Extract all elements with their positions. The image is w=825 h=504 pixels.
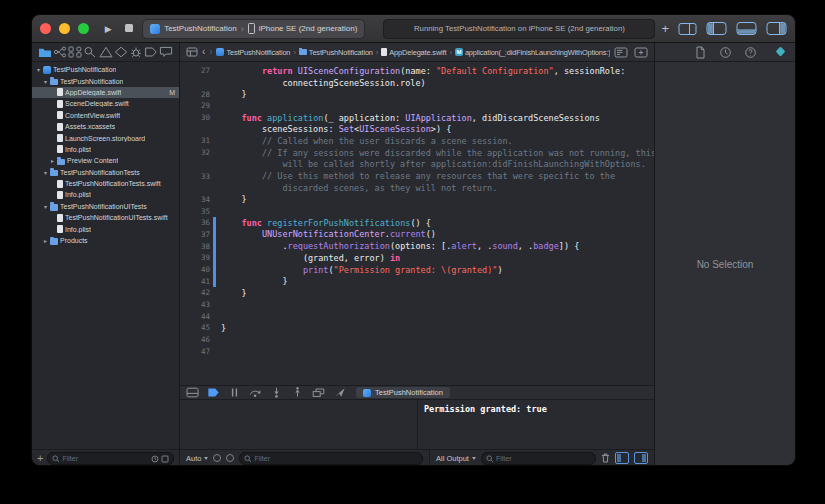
file-tree-row[interactable]: Assets.xcassets [32, 121, 179, 132]
file-tree-row[interactable]: Info.plist [32, 144, 179, 155]
add-button[interactable]: + [37, 453, 43, 464]
line-number[interactable]: 42 [180, 288, 213, 297]
activate-breakpoints-icon[interactable] [207, 387, 220, 398]
disclosure-triangle[interactable]: ▾ [42, 78, 49, 85]
file-tree-row[interactable]: TestPushNotificationTests.swift [32, 178, 179, 189]
file-tree-row[interactable]: Info.plist [32, 223, 179, 234]
library-button[interactable]: + [661, 22, 669, 35]
editor-layout-button[interactable] [678, 22, 697, 36]
file-tree-row[interactable]: AppDelegate.swiftM [32, 87, 179, 98]
navigator-filter-input[interactable] [62, 455, 149, 462]
jumpbar-crumb[interactable]: TestPushNotification [299, 48, 373, 57]
forward-button[interactable]: › [209, 47, 212, 57]
jumpbar-crumb[interactable]: AppDelegate.swift [381, 48, 446, 57]
console-scope-dropdown[interactable]: All Output [436, 454, 476, 463]
scheme-selector[interactable]: TestPushNotification › iPhone SE (2nd ge… [142, 19, 365, 39]
console-filter-field[interactable] [481, 452, 596, 465]
minimize-button[interactable] [59, 23, 70, 34]
file-tree-row[interactable]: SceneDelegate.swift [32, 98, 179, 109]
trash-button[interactable] [601, 453, 610, 463]
variables-filter-field[interactable] [239, 452, 423, 465]
test-navigator-icon[interactable] [114, 46, 128, 58]
back-button[interactable]: ‹ [202, 47, 205, 57]
console-filter-input[interactable] [496, 455, 591, 462]
line-number[interactable]: 41 [180, 277, 213, 286]
line-number[interactable]: 37 [180, 230, 213, 239]
filter-options-icon[interactable] [226, 454, 234, 462]
breakpoint-navigator-icon[interactable] [144, 46, 158, 58]
line-number[interactable]: 34 [180, 195, 213, 204]
disclosure-triangle[interactable]: ▾ [35, 66, 42, 73]
related-items-button[interactable] [186, 47, 198, 57]
close-button[interactable] [40, 23, 51, 34]
line-number[interactable]: 31 [180, 136, 213, 145]
view-hierarchy-icon[interactable] [312, 387, 325, 398]
step-out-icon[interactable] [291, 387, 304, 398]
report-navigator-icon[interactable] [159, 46, 173, 58]
file-tree-row[interactable]: ▾TestPushNotification [32, 75, 179, 86]
project-navigator-icon[interactable] [38, 46, 52, 58]
line-number[interactable]: 39 [180, 253, 213, 262]
disclosure-triangle[interactable]: ▸ [42, 237, 49, 244]
jumpbar-crumb[interactable]: TestPushNotification [216, 48, 290, 57]
step-over-icon[interactable] [249, 387, 262, 398]
line-number[interactable]: 28 [180, 90, 213, 99]
recent-files-filter-icon[interactable] [151, 449, 159, 466]
line-number[interactable]: 46 [180, 335, 213, 344]
line-number[interactable]: 32 [180, 148, 213, 157]
line-number[interactable]: 44 [180, 312, 213, 321]
navigator-filter-field[interactable] [47, 452, 174, 465]
toggle-variables-view-button[interactable] [615, 452, 629, 464]
disclosure-triangle[interactable]: ▸ [49, 157, 56, 164]
file-tree-row[interactable]: ▾TestPushNotification [32, 64, 179, 75]
line-number[interactable]: 30 [180, 113, 213, 122]
show-flags-icon[interactable] [213, 454, 221, 462]
toggle-navigator-button[interactable] [706, 21, 727, 36]
line-number[interactable]: 47 [180, 347, 213, 356]
step-into-icon[interactable] [270, 387, 283, 398]
line-number[interactable]: 35 [180, 207, 213, 216]
line-number[interactable]: 40 [180, 265, 213, 274]
toggle-variables-view-icon[interactable] [186, 387, 199, 398]
toggle-inspector-button[interactable] [766, 21, 787, 36]
jumpbar-crumb[interactable]: Mapplication(_:didFinishLaunchingWithOpt… [455, 48, 610, 57]
line-number[interactable]: 36 [180, 218, 213, 227]
variables-scope-dropdown[interactable]: Auto [186, 454, 208, 463]
line-number[interactable]: 45 [180, 323, 213, 332]
line-number[interactable]: 33 [180, 172, 213, 181]
symbol-navigator-icon[interactable] [68, 46, 82, 58]
toggle-console-button[interactable] [634, 452, 648, 464]
history-inspector-icon[interactable] [719, 46, 732, 59]
source-control-status-filter-icon[interactable] [161, 449, 169, 466]
console-view[interactable]: Permission granted: true [418, 400, 654, 449]
debug-navigator-icon[interactable] [129, 46, 143, 58]
simulate-location-icon[interactable] [333, 387, 346, 398]
pause-icon[interactable] [228, 387, 241, 398]
file-tree-row[interactable]: Info.plist [32, 189, 179, 200]
code-editor[interactable]: 27 return UISceneConfiguration(name: "De… [180, 62, 654, 385]
zoom-button[interactable] [78, 23, 89, 34]
line-number[interactable]: 27 [180, 66, 213, 75]
disclosure-triangle[interactable]: ▾ [42, 169, 49, 176]
process-chip[interactable]: TestPushNotification [356, 387, 450, 398]
variables-filter-input[interactable] [254, 455, 418, 462]
line-number[interactable]: 43 [180, 300, 213, 309]
file-tree-row[interactable]: ▸Preview Content [32, 155, 179, 166]
run-button[interactable]: ▶ [101, 24, 116, 34]
issue-navigator-icon[interactable] [99, 46, 113, 58]
add-editor-button[interactable] [634, 47, 648, 58]
toggle-debug-area-button[interactable] [736, 21, 757, 36]
file-tree-row[interactable]: ContentView.swift [32, 110, 179, 121]
line-number[interactable]: 38 [180, 242, 213, 251]
source-control-navigator-icon[interactable] [53, 46, 67, 58]
file-inspector-icon[interactable] [694, 46, 707, 59]
file-tree-row[interactable]: ▸Products [32, 235, 179, 246]
quick-help-inspector-icon[interactable] [744, 46, 757, 59]
file-tree-row[interactable]: TestPushNotificationUITests.swift [32, 212, 179, 223]
file-tree-row[interactable]: LaunchScreen.storyboard [32, 132, 179, 143]
file-tree-row[interactable]: ▾TestPushNotificationUITests [32, 201, 179, 212]
file-tree-row[interactable]: ▾TestPushNotificationTests [32, 167, 179, 178]
find-navigator-icon[interactable] [83, 46, 97, 58]
editor-options-button[interactable] [614, 47, 628, 58]
stop-button[interactable] [122, 24, 137, 34]
